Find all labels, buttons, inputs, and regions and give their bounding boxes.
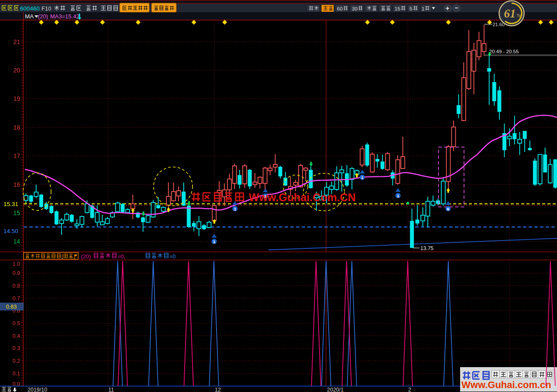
svg-text:60: 60 <box>337 6 343 11</box>
svg-text:(20): (20) <box>81 253 91 260</box>
svg-text:0.8: 0.8 <box>13 283 20 289</box>
svg-text:15.31: 15.31 <box>3 201 18 207</box>
svg-text:1: 1 <box>397 193 399 198</box>
svg-text:0.63: 0.63 <box>6 304 17 310</box>
svg-text:1: 1 <box>213 239 216 244</box>
svg-text:16: 16 <box>13 181 20 188</box>
svg-text:=0,: =0, <box>117 254 125 260</box>
svg-text:2020/1: 2020/1 <box>327 387 344 392</box>
svg-text:14: 14 <box>13 238 20 245</box>
svg-text:14.50: 14.50 <box>3 228 18 234</box>
svg-text:12: 12 <box>215 387 221 392</box>
svg-text:−: − <box>455 4 458 11</box>
svg-text:1: 1 <box>361 175 364 180</box>
svg-text:15: 15 <box>395 6 400 11</box>
svg-text:18: 18 <box>13 124 20 131</box>
svg-text:Www.Guhai.com.cn: Www.Guhai.com.cn <box>461 379 551 390</box>
svg-text:0.9: 0.9 <box>13 270 20 276</box>
svg-text:]: ] <box>74 254 75 259</box>
svg-text:0.3: 0.3 <box>13 345 20 351</box>
svg-text:0.7: 0.7 <box>13 296 20 302</box>
svg-text:17: 17 <box>13 152 20 159</box>
svg-text:=0: =0 <box>169 254 175 260</box>
svg-text:15: 15 <box>13 210 20 217</box>
svg-text:6: 6 <box>447 206 449 211</box>
svg-text:0.1: 0.1 <box>13 371 20 377</box>
svg-text:61: 61 <box>504 7 516 20</box>
svg-text:0.4: 0.4 <box>13 333 20 339</box>
svg-text:1.0: 1.0 <box>13 261 20 267</box>
svg-text:%: % <box>517 12 522 19</box>
svg-text:13.75: 13.75 <box>420 245 433 251</box>
svg-text:1: 1 <box>234 206 237 211</box>
svg-text:0.5: 0.5 <box>13 320 20 327</box>
svg-text:MA3=15.42: MA3=15.42 <box>50 13 79 20</box>
svg-text:+: + <box>446 5 449 12</box>
svg-text:1: 1 <box>422 6 424 11</box>
svg-text:2: 2 <box>408 387 411 392</box>
svg-text:2019/10: 2019/10 <box>28 387 47 392</box>
svg-text:19: 19 <box>13 95 20 102</box>
svg-text:F10: F10 <box>41 5 51 12</box>
svg-text:20: 20 <box>13 67 20 74</box>
svg-text:0.2: 0.2 <box>13 358 20 364</box>
svg-text:600460: 600460 <box>20 5 40 12</box>
svg-text:5: 5 <box>409 6 412 11</box>
svg-text:Www.Guhai.Com.CN: Www.Guhai.Com.CN <box>249 191 356 203</box>
svg-text:(20): (20) <box>38 13 48 20</box>
svg-text:20.49 - 20.55: 20.49 - 20.55 <box>489 49 519 54</box>
svg-text:21: 21 <box>13 38 20 45</box>
svg-text:[: [ <box>62 254 63 259</box>
svg-text:MA: MA <box>25 13 34 20</box>
svg-text:30: 30 <box>352 6 358 11</box>
svg-text:11: 11 <box>108 387 114 392</box>
